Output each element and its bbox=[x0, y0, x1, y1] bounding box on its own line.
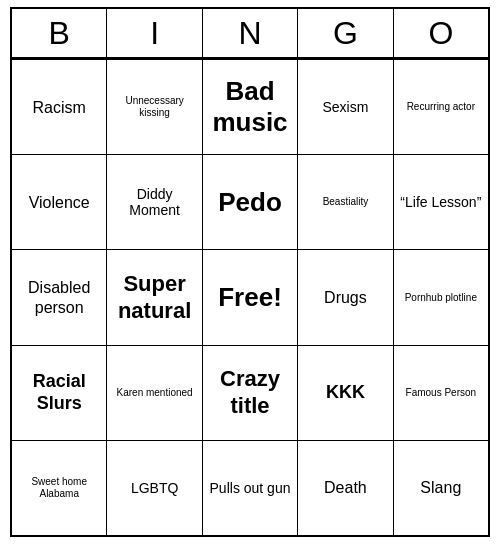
bingo-cell-4-0: Sweet home Alabama bbox=[12, 441, 107, 535]
bingo-cell-3-0: Racial Slurs bbox=[12, 346, 107, 440]
bingo-cell-2-4: Pornhub plotline bbox=[394, 250, 488, 344]
bingo-row-1: ViolenceDiddy MomentPedoBeastiality“Life… bbox=[12, 154, 488, 249]
bingo-cell-0-0: Racism bbox=[12, 60, 107, 154]
bingo-cell-4-2: Pulls out gun bbox=[203, 441, 298, 535]
bingo-cell-4-4: Slang bbox=[394, 441, 488, 535]
bingo-cell-2-2: Free! bbox=[203, 250, 298, 344]
bingo-cell-1-0: Violence bbox=[12, 155, 107, 249]
bingo-cell-1-2: Pedo bbox=[203, 155, 298, 249]
bingo-cell-3-2: Crazy title bbox=[203, 346, 298, 440]
bingo-cell-4-3: Death bbox=[298, 441, 393, 535]
bingo-cell-2-3: Drugs bbox=[298, 250, 393, 344]
bingo-cell-0-4: Recurring actor bbox=[394, 60, 488, 154]
header-letter-B: B bbox=[12, 9, 107, 57]
bingo-cell-1-4: “Life Lesson” bbox=[394, 155, 488, 249]
bingo-card: BINGO RacismUnnecessary kissingBad music… bbox=[10, 7, 490, 537]
bingo-cell-3-3: KKK bbox=[298, 346, 393, 440]
bingo-cell-4-1: LGBTQ bbox=[107, 441, 202, 535]
bingo-row-3: Racial SlursKaren mentionedCrazy titleKK… bbox=[12, 345, 488, 440]
bingo-cell-2-1: Super natural bbox=[107, 250, 202, 344]
bingo-cell-3-1: Karen mentioned bbox=[107, 346, 202, 440]
bingo-cell-0-1: Unnecessary kissing bbox=[107, 60, 202, 154]
bingo-row-2: Disabled personSuper naturalFree!DrugsPo… bbox=[12, 249, 488, 344]
header-letter-I: I bbox=[107, 9, 202, 57]
bingo-row-4: Sweet home AlabamaLGBTQPulls out gunDeat… bbox=[12, 440, 488, 535]
header-letter-G: G bbox=[298, 9, 393, 57]
bingo-header: BINGO bbox=[12, 9, 488, 59]
bingo-cell-2-0: Disabled person bbox=[12, 250, 107, 344]
header-letter-N: N bbox=[203, 9, 298, 57]
bingo-cell-1-3: Beastiality bbox=[298, 155, 393, 249]
bingo-cell-1-1: Diddy Moment bbox=[107, 155, 202, 249]
bingo-row-0: RacismUnnecessary kissingBad musicSexism… bbox=[12, 59, 488, 154]
bingo-cell-0-2: Bad music bbox=[203, 60, 298, 154]
bingo-grid: RacismUnnecessary kissingBad musicSexism… bbox=[12, 59, 488, 535]
bingo-cell-0-3: Sexism bbox=[298, 60, 393, 154]
bingo-cell-3-4: Famous Person bbox=[394, 346, 488, 440]
header-letter-O: O bbox=[394, 9, 488, 57]
